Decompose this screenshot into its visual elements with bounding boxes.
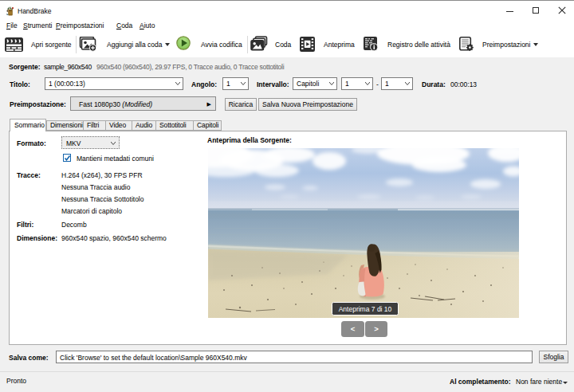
svg-text:Anteprima 7 di 10: Anteprima 7 di 10 xyxy=(339,305,392,313)
